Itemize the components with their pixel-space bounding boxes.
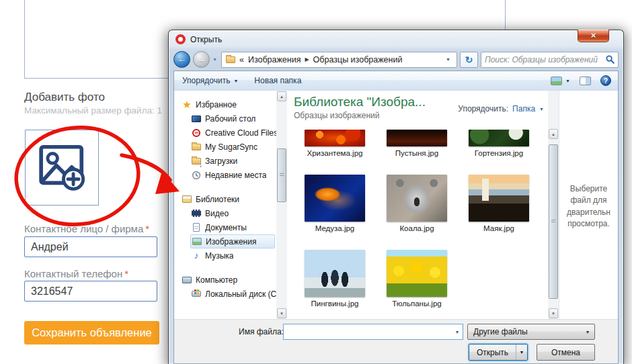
pictures-icon <box>192 236 202 247</box>
recent-places-icon <box>191 170 202 181</box>
navigation-pane: ★ Избранное Рабочий стол ∞ Creative Clou… <box>174 91 276 319</box>
sidebar-group-favorites[interactable]: ★ Избранное <box>181 97 276 111</box>
filename-label: Имя файла: <box>239 327 279 336</box>
filetype-dropdown[interactable]: Другие файлы ▼ <box>467 324 595 340</box>
sidebar-scrollbar[interactable]: ▲ ▼ <box>276 91 287 319</box>
save-ad-button[interactable]: Сохранить объявление <box>24 321 159 345</box>
breadcrumb[interactable]: « Изображения ▶ Образцы изображений ▼ <box>221 52 457 68</box>
chevron-right-icon: ▶ <box>305 56 309 62</box>
computer-icon <box>182 275 192 285</box>
video-icon <box>191 208 202 219</box>
libraries-icon <box>182 194 192 205</box>
search-input[interactable] <box>485 55 606 64</box>
open-split-dropdown[interactable]: ▼ <box>516 345 527 360</box>
file-item[interactable]: Медуза.jpg <box>294 175 376 232</box>
sidebar-item-local-disk[interactable]: Локальный диск (C <box>190 287 276 301</box>
forward-button[interactable]: → <box>193 51 210 68</box>
file-item[interactable]: Тюльпаны.jpg <box>376 250 458 308</box>
filename-input[interactable] <box>284 324 452 339</box>
refresh-icon: ↻ <box>465 54 473 65</box>
preview-pane-toggle-icon[interactable] <box>580 77 591 85</box>
sidebar-item-music[interactable]: ♪ Музыка <box>190 248 276 263</box>
file-item[interactable]: Гортензия.jpg <box>458 130 540 157</box>
view-controls: ▼ ? <box>551 75 611 86</box>
scroll-up-icon[interactable]: ▲ <box>549 129 558 139</box>
arrange-by-label: Упорядочить: <box>458 104 508 113</box>
address-bar: ← → ▼ « Изображения ▶ Образцы изображени… <box>169 48 623 71</box>
file-item[interactable]: Коала.jpg <box>376 175 458 232</box>
close-button[interactable]: × <box>578 30 609 42</box>
thumbnail-desert[interactable] <box>387 130 447 146</box>
file-item[interactable]: Пингвины.jpg <box>294 250 376 308</box>
refresh-button[interactable]: ↻ <box>460 52 478 68</box>
thumbnail-hydrangea[interactable] <box>469 130 529 146</box>
required-asterisk: * <box>145 223 149 234</box>
contact-phone-label: Контактный телефон* <box>24 268 128 279</box>
views-icon <box>551 77 562 85</box>
opera-icon <box>175 34 186 44</box>
search-icon[interactable] <box>606 55 615 64</box>
thumbnail-chrysanthemum[interactable] <box>305 130 365 146</box>
creative-cloud-icon: ∞ <box>191 128 202 138</box>
preview-pane: Выберите файл для дварительн просмотра. <box>559 91 618 319</box>
photo-upload-dropzone[interactable] <box>25 130 99 206</box>
sidebar-item-sugarsync[interactable]: My SugarSync <box>190 140 276 154</box>
folder-icon <box>226 56 235 63</box>
contact-name-label: Контактное лицо / фирма* <box>24 223 149 234</box>
file-list-scrollbar[interactable]: ▲ ▼ <box>548 91 559 319</box>
breadcrumb-collapsed[interactable]: « <box>239 55 244 64</box>
breadcrumb-dropdown-icon[interactable]: ▼ <box>444 57 452 62</box>
disk-icon <box>191 289 202 300</box>
dialog-titlebar[interactable]: Открыть × <box>169 30 623 48</box>
contact-phone-input[interactable] <box>24 281 157 302</box>
help-button[interactable]: ? <box>600 75 611 86</box>
chevron-down-icon: ▼ <box>565 79 570 83</box>
sidebar-item-videos[interactable]: Видео <box>190 206 276 220</box>
organize-menu[interactable]: Упорядочить ▼ <box>182 76 238 85</box>
open-button[interactable]: Открыть ▼ <box>469 344 528 361</box>
breadcrumb-current[interactable]: Образцы изображений <box>313 55 403 64</box>
search-box[interactable] <box>481 52 619 68</box>
scroll-up-icon[interactable]: ▲ <box>277 91 286 101</box>
music-note-icon: ♪ <box>191 251 202 261</box>
thumbnail-koala[interactable] <box>387 175 447 222</box>
scroll-down-icon[interactable]: ▼ <box>549 308 558 318</box>
chevron-down-icon: ▼ <box>582 330 593 334</box>
file-scroll-track[interactable] <box>549 139 558 308</box>
forward-icon: → <box>197 54 206 64</box>
scroll-down-icon[interactable]: ▼ <box>277 308 286 318</box>
close-icon: × <box>591 30 596 40</box>
views-button[interactable]: ▼ <box>551 77 570 85</box>
document-icon <box>191 222 202 233</box>
file-scroll-thumb[interactable] <box>549 144 558 299</box>
sidebar-item-pictures[interactable]: Изображения <box>190 234 275 248</box>
thumbnail-penguins[interactable] <box>305 250 365 297</box>
file-item[interactable]: Хризантема.jpg <box>294 130 376 157</box>
recent-pages-dropdown[interactable]: ▼ <box>212 57 217 62</box>
breadcrumb-root[interactable]: Изображения <box>248 55 301 64</box>
sidebar-group-computer[interactable]: Компьютер <box>181 273 276 287</box>
filename-combobox[interactable]: ▼ <box>283 324 463 340</box>
sidebar-item-recent-places[interactable]: Недавние места <box>190 168 276 182</box>
sidebar-item-downloads[interactable]: ↓ Загрузки <box>190 154 276 168</box>
sidebar-item-desktop[interactable]: Рабочий стол <box>190 111 276 126</box>
chevron-down-icon[interactable]: ▼ <box>452 330 463 334</box>
back-icon: ← <box>177 54 186 64</box>
sidebar-item-creative-cloud[interactable]: ∞ Creative Cloud Files <box>190 126 276 140</box>
file-item[interactable]: Пустыня.jpg <box>376 130 458 157</box>
back-button[interactable]: ← <box>173 51 190 68</box>
thumbnail-jellyfish[interactable] <box>305 175 365 222</box>
new-folder-button[interactable]: Новая папка <box>254 76 301 85</box>
file-item[interactable]: Маяк.jpg <box>458 175 540 232</box>
arrange-by-dropdown[interactable]: Папка <box>512 104 535 113</box>
contact-name-input[interactable] <box>24 236 157 257</box>
cancel-button[interactable]: Отмена <box>537 344 595 361</box>
sidebar-group-libraries[interactable]: Библиотеки <box>181 192 276 206</box>
thumbnail-tulips[interactable] <box>387 250 447 297</box>
library-header: Библиотека "Изобра... Образцы изображени… <box>294 95 548 127</box>
sidebar-scroll-track[interactable] <box>277 101 286 308</box>
sidebar-item-documents[interactable]: Документы <box>190 220 276 234</box>
sidebar-scroll-thumb[interactable] <box>277 148 286 202</box>
desktop-icon <box>191 113 202 124</box>
thumbnail-lighthouse[interactable] <box>469 175 529 222</box>
